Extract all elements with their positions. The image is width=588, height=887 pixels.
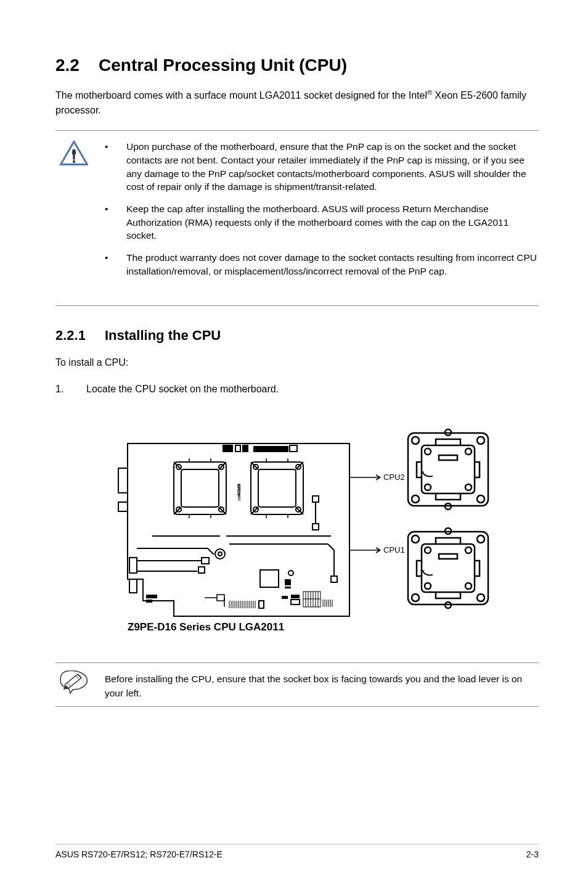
install-intro: To install a CPU:	[55, 355, 539, 371]
svg-point-91	[425, 448, 431, 455]
svg-rect-43	[285, 587, 291, 588]
svg-point-97	[412, 535, 419, 543]
caution-callout: • Upon purchase of the motherboard, ensu…	[55, 130, 539, 286]
caution-bullet: • Keep the cap after installing the moth…	[105, 202, 539, 242]
bullet-text: The product warranty does not cover dama…	[126, 251, 539, 278]
svg-rect-3	[118, 468, 128, 493]
svg-rect-45	[217, 595, 224, 601]
section-title-text: Central Processing Unit (CPU)	[99, 56, 347, 75]
note-pencil-icon	[59, 670, 89, 696]
note-callout: Before installing the CPU, ensure that t…	[55, 662, 539, 701]
svg-rect-30	[129, 558, 137, 573]
svg-point-107	[465, 583, 472, 589]
svg-point-93	[425, 484, 431, 490]
svg-point-99	[412, 594, 419, 601]
subsection-title: 2.2.1Installing the CPU	[55, 328, 539, 344]
svg-point-105	[465, 547, 472, 553]
bullet-marker: •	[105, 202, 111, 242]
note-text: Before installing the CPU, ensure that t…	[105, 670, 539, 701]
cpu2-arrow-label: CPU2	[383, 472, 405, 482]
svg-rect-65	[291, 600, 300, 604]
svg-point-0	[72, 149, 76, 156]
subsection-number: 2.2.1	[55, 328, 105, 344]
svg-rect-95	[439, 455, 457, 460]
svg-rect-32	[146, 595, 157, 598]
step-item: 1. Locate the CPU socket on the motherbo…	[55, 381, 539, 397]
bullet-text: Upon purchase of the motherboard, ensure…	[126, 140, 539, 194]
svg-point-24	[215, 549, 225, 559]
svg-rect-33	[146, 600, 152, 603]
caution-icon	[59, 140, 89, 168]
svg-rect-36	[312, 524, 319, 530]
svg-rect-108	[439, 554, 457, 559]
svg-rect-96	[408, 532, 488, 604]
svg-line-23	[208, 548, 214, 555]
footer-page-number: 2-3	[526, 849, 539, 859]
intro-paragraph: The motherboard comes with a surface mou…	[55, 88, 539, 118]
svg-rect-28	[198, 567, 205, 573]
svg-rect-7	[254, 447, 288, 452]
section-title: 2.2 Central Processing Unit (CPU)	[55, 56, 539, 75]
step-number: 1.	[55, 381, 68, 397]
step-text: Locate the CPU socket on the motherboard…	[86, 381, 539, 397]
svg-rect-4	[223, 445, 232, 452]
caution-bullet: • Upon purchase of the motherboard, ensu…	[105, 140, 539, 194]
svg-rect-90	[422, 445, 475, 493]
divider	[55, 305, 539, 306]
motherboard-diagram: ASUS Z9PE-D16 CPU2 CPU1	[55, 416, 539, 644]
subsection-title-text: Installing the CPU	[105, 328, 221, 343]
svg-point-84	[412, 437, 419, 444]
caution-icon-column	[55, 140, 92, 286]
svg-rect-42	[285, 579, 291, 585]
svg-rect-62	[259, 601, 264, 608]
divider	[55, 706, 539, 707]
svg-rect-83	[408, 433, 488, 506]
bullet-text: Keep the cap after installing the mother…	[126, 202, 539, 242]
section-number: 2.2	[55, 56, 80, 75]
svg-rect-40	[260, 570, 279, 587]
svg-point-106	[425, 583, 431, 589]
bullet-marker: •	[105, 140, 111, 194]
svg-rect-5	[235, 445, 240, 452]
svg-rect-1	[73, 155, 75, 160]
svg-point-41	[288, 571, 293, 576]
svg-point-98	[477, 535, 484, 543]
svg-text:Z9PE-D16: Z9PE-D16	[237, 483, 241, 501]
svg-rect-6	[243, 445, 248, 452]
caution-bullet: • The product warranty does not cover da…	[105, 251, 539, 278]
svg-rect-31	[129, 579, 137, 593]
note-icon-column	[55, 670, 92, 701]
page-footer: ASUS RS720-E7/RS12; RS720-E7/RS12-E 2-3	[55, 844, 539, 859]
svg-rect-64	[291, 595, 300, 598]
svg-point-2	[73, 160, 75, 163]
svg-point-94	[465, 484, 472, 490]
bullet-marker: •	[105, 251, 111, 278]
svg-rect-63	[282, 596, 288, 599]
diagram-caption: Z9PE-D16 Series CPU LGA2011	[128, 621, 284, 633]
svg-point-104	[425, 547, 431, 553]
svg-rect-16	[258, 469, 296, 507]
svg-point-92	[465, 448, 472, 455]
svg-line-109	[78, 674, 81, 678]
svg-rect-10	[181, 469, 219, 507]
svg-point-25	[218, 552, 222, 556]
svg-point-85	[477, 437, 484, 444]
svg-line-110	[76, 676, 80, 680]
caution-bullets: • Upon purchase of the motherboard, ensu…	[105, 140, 539, 286]
svg-point-100	[477, 594, 484, 601]
footer-left: ASUS RS720-E7/RS12; RS720-E7/RS12-E	[55, 849, 223, 859]
cpu1-arrow-label: CPU1	[383, 545, 405, 555]
svg-rect-8	[290, 445, 297, 452]
svg-rect-27	[202, 558, 209, 564]
svg-rect-103	[422, 544, 475, 592]
svg-rect-34	[312, 496, 319, 502]
svg-point-87	[477, 495, 484, 503]
svg-rect-39	[331, 576, 337, 582]
svg-line-111	[67, 683, 71, 687]
svg-point-86	[412, 495, 419, 503]
